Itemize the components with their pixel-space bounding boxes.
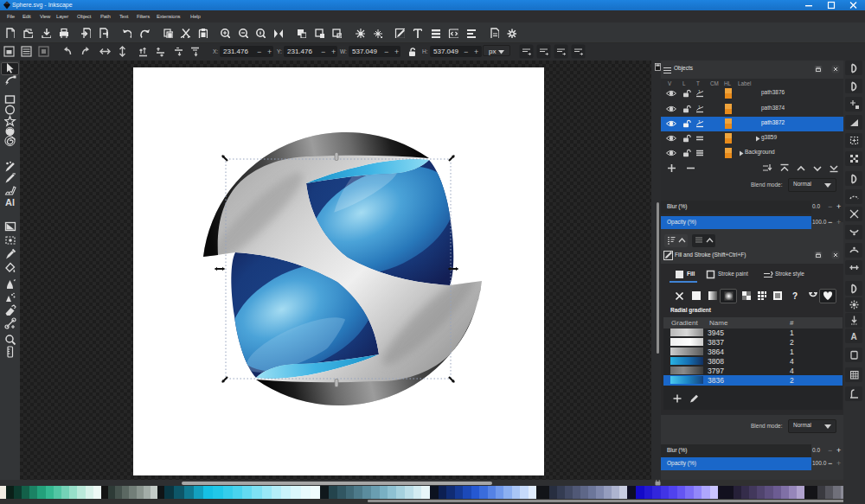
svg-text:A: A [851,332,857,341]
svg-text:1: 1 [698,119,701,124]
svg-text:Al: Al [5,197,15,207]
svg-text:1: 1 [698,105,701,110]
svg-text:1: 1 [698,89,701,94]
